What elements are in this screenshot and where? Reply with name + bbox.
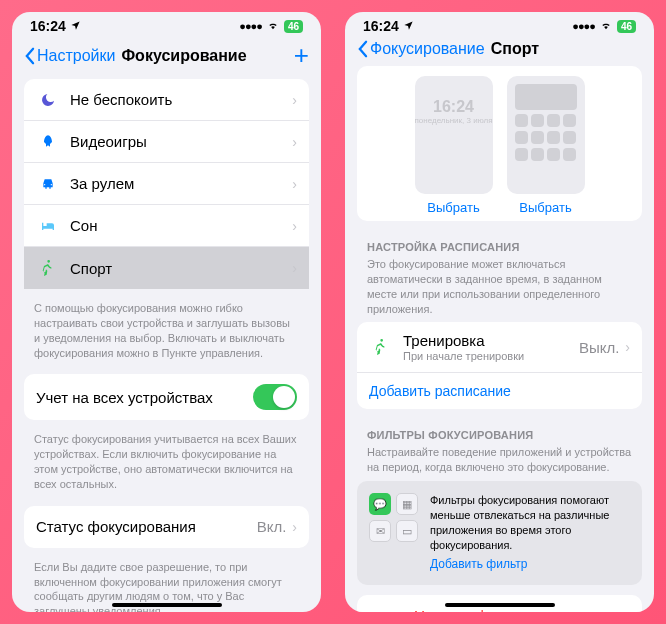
focus-modes-list: Не беспокоить › Видеоигры › За рулем › С…	[24, 79, 309, 289]
status-label: Статус фокусирования	[36, 518, 257, 535]
rocket-icon	[36, 134, 60, 150]
messages-icon: 💬	[369, 493, 391, 515]
chevron-icon: ›	[292, 176, 297, 192]
add-filter-link[interactable]: Добавить фильтр	[430, 556, 630, 572]
share-toggle[interactable]	[253, 384, 297, 410]
focus-status[interactable]: Статус фокусирования Вкл. ›	[24, 506, 309, 548]
battery-icon: 46	[284, 20, 303, 33]
share-footer: Статус фокусирования учитывается на всех…	[12, 426, 321, 505]
wifi-icon	[599, 18, 613, 34]
back-button[interactable]: Фокусирование	[357, 40, 485, 58]
mode-gaming[interactable]: Видеоигры ›	[24, 121, 309, 163]
promo-icons: 💬 ▦ ✉ ▭	[369, 493, 418, 542]
battery-icon: 46	[617, 20, 636, 33]
status-time: 16:24	[363, 18, 399, 34]
select-home-link[interactable]: Выбрать	[519, 200, 571, 215]
workout-label: Тренировка	[403, 332, 579, 349]
schedule-section: Тренировка При начале тренировки Выкл. ›…	[357, 322, 642, 409]
bed-icon	[36, 218, 60, 234]
chevron-icon: ›	[292, 519, 297, 535]
car-icon	[36, 176, 60, 192]
chevron-icon: ›	[292, 260, 297, 276]
workout-trigger[interactable]: Тренировка При начале тренировки Выкл. ›	[357, 322, 642, 373]
filter-promo: 💬 ▦ ✉ ▭ Фильтры фокусирования помогают м…	[357, 481, 642, 585]
moon-icon	[36, 92, 60, 108]
mode-label: Сон	[70, 217, 292, 234]
phone-left: 16:24 ●●●● 46 Настройки Фокусирование +	[12, 12, 321, 612]
nav-bar: Настройки Фокусирование +	[12, 36, 321, 79]
running-icon	[36, 260, 60, 276]
signal-icon: ●●●●	[239, 20, 262, 32]
status-time: 16:24	[30, 18, 66, 34]
back-label: Фокусирование	[370, 40, 485, 58]
nav-title: Фокусирование	[121, 47, 246, 65]
filters-desc: Настраивайте поведение приложений и устр…	[345, 443, 654, 481]
status-bar: 16:24 ●●●● 46	[12, 12, 321, 36]
location-icon	[70, 18, 81, 34]
home-indicator[interactable]	[112, 603, 222, 607]
nav-title: Спорт	[491, 40, 539, 58]
running-icon	[369, 339, 393, 355]
chevron-icon: ›	[625, 339, 630, 355]
phone-right: 16:24 ●●●● 46 Фокусирование Спорт 16:24	[345, 12, 654, 612]
mode-label: Не беспокоить	[70, 91, 292, 108]
mail-icon: ✉	[369, 520, 391, 542]
wifi-icon	[266, 18, 280, 34]
mode-sleep[interactable]: Сон ›	[24, 205, 309, 247]
mode-label: Видеоигры	[70, 133, 292, 150]
nav-bar: Фокусирование Спорт	[345, 36, 654, 66]
schedule-header: НАСТРОЙКА РАСПИСАНИЯ	[345, 227, 654, 255]
chevron-icon: ›	[292, 218, 297, 234]
delete-label: Удалить фокусирование	[415, 607, 585, 612]
lock-screen-preview[interactable]: 16:24 понедельник, 3 июля Выбрать	[415, 76, 493, 215]
share-label: Учет на всех устройствах	[36, 389, 253, 406]
promo-text: Фильтры фокусирования помогают меньше от…	[430, 494, 609, 551]
share-across-devices[interactable]: Учет на всех устройствах	[24, 374, 309, 420]
mode-sport[interactable]: Спорт ›	[24, 247, 309, 289]
home-screen-preview[interactable]: Выбрать	[507, 76, 585, 215]
mode-driving[interactable]: За рулем ›	[24, 163, 309, 205]
battery-filter-icon: ▭	[396, 520, 418, 542]
workout-value: Выкл.	[579, 339, 619, 356]
calendar-icon: ▦	[396, 493, 418, 515]
back-label: Настройки	[37, 47, 115, 65]
preview-date: понедельник, 3 июля	[415, 116, 493, 125]
mode-label: Спорт	[70, 260, 292, 277]
filters-header: ФИЛЬТРЫ ФОКУСИРОВАНИЯ	[345, 415, 654, 443]
screen-preview-section: 16:24 понедельник, 3 июля Выбрать Выбрат…	[357, 66, 642, 221]
back-button[interactable]: Настройки	[24, 47, 115, 65]
mode-do-not-disturb[interactable]: Не беспокоить ›	[24, 79, 309, 121]
location-icon	[403, 18, 414, 34]
select-lock-link[interactable]: Выбрать	[427, 200, 479, 215]
home-indicator[interactable]	[445, 603, 555, 607]
modes-footer: С помощью фокусирования можно гибко наст…	[12, 295, 321, 374]
schedule-desc: Это фокусирование может включаться автом…	[345, 255, 654, 322]
workout-sublabel: При начале тренировки	[403, 350, 579, 362]
add-schedule-button[interactable]: Добавить расписание	[357, 373, 642, 409]
chevron-icon: ›	[292, 92, 297, 108]
status-value: Вкл.	[257, 518, 287, 535]
add-button[interactable]: +	[294, 40, 309, 71]
status-section: Статус фокусирования Вкл. ›	[24, 506, 309, 548]
share-section: Учет на всех устройствах	[24, 374, 309, 420]
status-bar: 16:24 ●●●● 46	[345, 12, 654, 36]
chevron-icon: ›	[292, 134, 297, 150]
signal-icon: ●●●●	[572, 20, 595, 32]
preview-time: 16:24	[433, 98, 474, 116]
content: Не беспокоить › Видеоигры › За рулем › С…	[12, 79, 321, 612]
mode-label: За рулем	[70, 175, 292, 192]
content: 16:24 понедельник, 3 июля Выбрать Выбрат…	[345, 66, 654, 612]
